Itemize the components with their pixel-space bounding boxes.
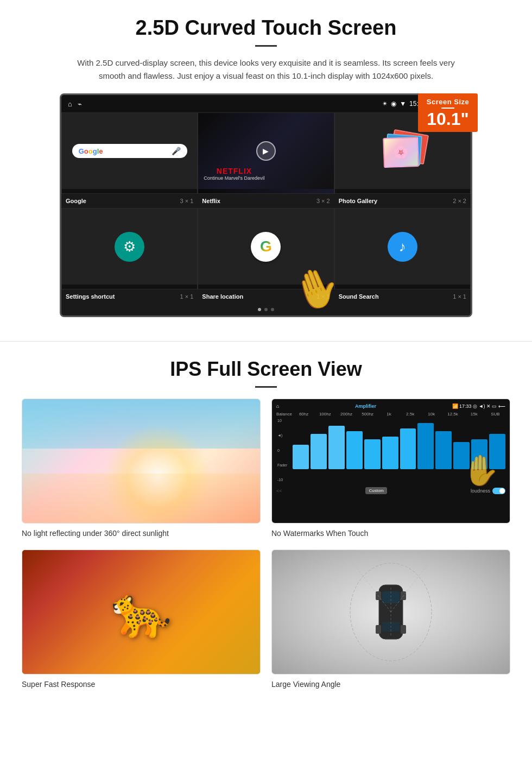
touch-hand-icon: ✋ xyxy=(463,453,500,488)
wifi-icon: ▼ xyxy=(400,100,406,108)
netflix-subtitle: Continue Marvel's Daredevil xyxy=(204,175,264,181)
music-note-icon: ♪ xyxy=(399,238,406,255)
app-cell-netflix[interactable]: ▶ NETFLIX Continue Marvel's Daredevil xyxy=(198,112,334,194)
netflix-title: NETFLIX xyxy=(204,167,264,175)
feature-label-response: Super Fast Response xyxy=(22,679,261,690)
app-label-gallery: Photo Gallery 2 × 2 xyxy=(334,196,471,206)
netflix-content: NETFLIX Continue Marvel's Daredevil xyxy=(204,167,264,181)
play-button[interactable]: ▶ xyxy=(256,141,276,161)
status-bar: ⌂ ⌁ ✴ ◉ ▼ 15:06 ◎ ◄) ✕ ▭ xyxy=(61,95,471,112)
photo-stack: 🌸 xyxy=(381,129,424,173)
settings-label: Settings shortcut xyxy=(66,293,115,300)
svg-rect-6 xyxy=(376,625,381,634)
gallery-label: Photo Gallery xyxy=(339,198,378,204)
home-icon: ⌂ xyxy=(68,100,72,108)
mic-icon: 🎤 xyxy=(172,147,181,155)
eq-bar-8 xyxy=(435,431,452,469)
gallery-size: 2 × 2 xyxy=(453,198,466,204)
cheetah-emoji: 🐆 xyxy=(111,584,172,641)
app-label-row2: Settings shortcut 1 × 1 Share location 1… xyxy=(61,289,471,304)
share-label: Share location xyxy=(202,293,243,300)
eq-bar-1 xyxy=(311,434,327,469)
feature-angle: Large Viewing Angle xyxy=(271,550,510,690)
usb-icon: ⌁ xyxy=(78,100,82,108)
page-dot-2 xyxy=(264,308,268,311)
sound-size: 1 × 1 xyxy=(453,293,466,300)
google-search-bar[interactable]: Google 🎤 xyxy=(72,144,187,158)
amp-icons: 📶 17:33 ◎ ◄) ✕ ▭ ⟵ xyxy=(452,403,505,409)
page-indicators xyxy=(61,304,471,316)
section2-title: IPS Full Screen View xyxy=(22,358,510,381)
amp-home-icon: ⌂ xyxy=(276,403,279,409)
eq-bar-4 xyxy=(364,439,381,469)
app-cell-settings[interactable]: ⚙ xyxy=(61,208,198,289)
google-logo: Google xyxy=(79,147,103,155)
app-label-netflix: Netflix 3 × 2 xyxy=(198,196,334,206)
car-image xyxy=(272,550,510,674)
google-cell-inner: Google 🎤 xyxy=(62,113,197,189)
feature-image-sunlight xyxy=(22,399,261,523)
netflix-cell-inner: ▶ NETFLIX Continue Marvel's Daredevil xyxy=(198,113,333,189)
sound-cell-inner: ♪ xyxy=(335,209,470,285)
app-label-sound: Sound Search 1 × 1 xyxy=(334,292,471,301)
feature-response: 🐆 Super Fast Response xyxy=(22,550,261,690)
amp-arrows: << xyxy=(276,488,282,494)
screen-size-badge: Screen Size 10.1" xyxy=(418,93,478,132)
eq-bar-5 xyxy=(382,437,398,469)
feature-watermark: ⌂ Amplifier 📶 17:33 ◎ ◄) ✕ ▭ ⟵ Balance 6… xyxy=(271,399,510,539)
app-grid-row1: Google 🎤 ▶ NETFLIX Continue Marv xyxy=(61,112,471,194)
app-cell-google[interactable]: Google 🎤 xyxy=(61,112,198,194)
badge-title: Screen Size xyxy=(426,98,470,106)
svg-rect-7 xyxy=(401,625,406,634)
features-grid: No light reflecting under 360° direct su… xyxy=(22,399,510,690)
speaker-icon: ◄) xyxy=(277,433,282,437)
amp-loudness-control: loudness xyxy=(471,488,505,494)
gear-icon: ⚙ xyxy=(123,238,136,255)
app-label-google: Google 3 × 1 xyxy=(61,196,198,206)
feature-image-response: 🐆 xyxy=(22,550,261,674)
app-label-settings: Settings shortcut 1 × 1 xyxy=(61,292,198,301)
section1-title: 2.5D Curved Touch Screen xyxy=(33,16,499,40)
bluetooth-icon: ✴ xyxy=(382,100,388,108)
title-underline xyxy=(255,45,277,47)
settings-cell-inner: ⚙ xyxy=(62,209,197,285)
app-label-row1: Google 3 × 1 Netflix 3 × 2 Photo Gallery… xyxy=(61,194,471,208)
photo-card-3: 🌸 xyxy=(383,137,419,168)
sound-icon-circle: ♪ xyxy=(388,232,417,262)
sky-image xyxy=(22,399,260,523)
section-curved-screen: 2.5D Curved Touch Screen With 2.5D curve… xyxy=(0,0,532,330)
feature-label-watermark: No Watermarks When Touch xyxy=(271,528,510,539)
feature-image-angle xyxy=(271,550,510,674)
settings-icon-circle: ⚙ xyxy=(115,232,144,262)
app-cell-sound[interactable]: ♪ xyxy=(334,208,471,289)
section-ips-view: IPS Full Screen View No light reflecting… xyxy=(0,352,532,701)
feature-image-watermark: ⌂ Amplifier 📶 17:33 ◎ ◄) ✕ ▭ ⟵ Balance 6… xyxy=(271,399,510,523)
loudness-label: loudness xyxy=(471,488,490,494)
location-icon: ◉ xyxy=(391,100,396,108)
settings-size: 1 × 1 xyxy=(180,293,194,300)
amplifier-ui: ⌂ Amplifier 📶 17:33 ◎ ◄) ✕ ▭ ⟵ Balance 6… xyxy=(272,399,510,523)
status-left: ⌂ ⌁ xyxy=(68,100,82,108)
eq-bar-6 xyxy=(400,428,416,469)
amp-freq-labels: Balance 60hz 100hz 200hz 500hz 1k 2.5k 1… xyxy=(276,412,505,417)
maps-icon: G xyxy=(251,232,281,262)
netflix-label: Netflix xyxy=(202,198,220,204)
feature-label-angle: Large Viewing Angle xyxy=(271,679,510,690)
amp-custom-button[interactable]: Custom xyxy=(365,487,387,494)
device-screen: ⌂ ⌁ ✴ ◉ ▼ 15:06 ◎ ◄) ✕ ▭ xyxy=(60,93,472,317)
feature-label-sunlight: No light reflecting under 360° direct su… xyxy=(22,528,261,539)
amp-title: Amplifier xyxy=(355,403,376,409)
eq-bar-3 xyxy=(346,431,363,469)
loudness-toggle[interactable] xyxy=(492,488,505,494)
google-label: Google xyxy=(66,198,86,204)
page-dot-3 xyxy=(271,308,274,311)
amp-header: ⌂ Amplifier 📶 17:33 ◎ ◄) ✕ ▭ ⟵ xyxy=(276,403,505,409)
app-cell-share[interactable]: G 🤚 xyxy=(198,208,334,289)
eq-bar-2 xyxy=(328,426,345,469)
feature-sunlight: No light reflecting under 360° direct su… xyxy=(22,399,261,539)
badge-size: 10.1" xyxy=(426,110,470,128)
eq-bar-0 xyxy=(293,445,309,469)
page-dot-1 xyxy=(258,308,261,311)
badge-underline xyxy=(441,108,454,109)
google-size: 3 × 1 xyxy=(180,198,194,204)
